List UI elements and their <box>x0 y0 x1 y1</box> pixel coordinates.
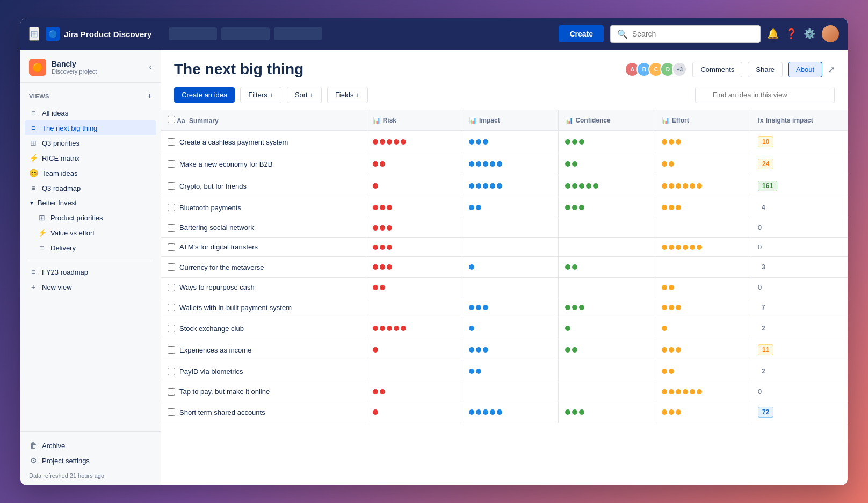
sidebar-item-value-vs-effort[interactable]: ⚡ Value vs effort <box>33 225 156 240</box>
confidence-cell <box>559 153 655 175</box>
comments-button[interactable]: Comments <box>692 62 742 77</box>
summary-cell: Bartering social network <box>161 218 366 238</box>
row-checkbox[interactable] <box>168 284 175 291</box>
table-row[interactable]: Tap to pay, but make it online0 <box>161 382 848 401</box>
risk-cell <box>366 197 462 218</box>
user-avatar[interactable] <box>822 25 839 42</box>
about-button[interactable]: About <box>788 62 822 77</box>
row-checkbox[interactable] <box>168 243 175 251</box>
confidence-cell <box>559 278 655 297</box>
table-row[interactable]: Experiences as income11 <box>161 339 848 361</box>
row-checkbox[interactable] <box>168 346 175 354</box>
sidebar-item-label: Q3 priorities <box>42 139 79 147</box>
table-row[interactable]: Currency for the metaverse3 <box>161 257 848 278</box>
impact-cell <box>462 175 559 197</box>
table-row[interactable]: Short term shared accounts72 <box>161 401 848 423</box>
impact-cell <box>462 297 559 318</box>
row-checkbox[interactable] <box>168 224 175 232</box>
create-idea-button[interactable]: Create an idea <box>174 87 235 103</box>
archive-icon: 🗑 <box>29 441 38 450</box>
views-section-header: VIEWS + <box>25 89 156 103</box>
create-button[interactable]: Create <box>559 25 604 42</box>
table-row[interactable]: Bluetooth payments4 <box>161 197 848 218</box>
table-row[interactable]: Ways to repurpose cash0 <box>161 278 848 297</box>
breadcrumb-1[interactable] <box>169 27 217 40</box>
table-row[interactable]: Create a cashless payment system10 <box>161 131 848 153</box>
row-checkbox[interactable] <box>168 263 175 271</box>
risk-cell <box>366 361 462 382</box>
row-checkbox[interactable] <box>168 325 175 332</box>
risk-cell <box>366 278 462 297</box>
table-row[interactable]: Make a new economy for B2B24 <box>161 153 848 175</box>
row-checkbox[interactable] <box>168 182 175 190</box>
insights-value: 0 <box>758 224 762 232</box>
share-button[interactable]: Share <box>748 62 783 77</box>
sidebar-item-rice-matrix[interactable]: ⚡ RICE matrix <box>25 150 156 166</box>
row-checkbox[interactable] <box>168 304 175 311</box>
search-input[interactable] <box>632 30 754 38</box>
app-window: ⊞ 🔵 Jira Product Discovery Create 🔍 🔔 ❓ … <box>20 18 848 485</box>
idea-title: Bartering social network <box>179 224 254 232</box>
sort-button[interactable]: Sort + <box>287 87 322 103</box>
page-title: The next big thing <box>174 61 303 78</box>
row-checkbox[interactable] <box>168 204 175 211</box>
row-checkbox[interactable] <box>168 160 175 168</box>
insights-col-icon: fx <box>758 117 764 124</box>
grid-icon[interactable]: ⊞ <box>29 27 39 41</box>
table-row[interactable]: Bartering social network0 <box>161 218 848 238</box>
sidebar-item-project-settings[interactable]: ⚙ Project settings <box>29 453 152 468</box>
select-all-checkbox[interactable] <box>168 116 175 123</box>
table-row[interactable]: ATM's for digital transfers0 <box>161 238 848 257</box>
find-idea-input[interactable] <box>695 87 835 103</box>
idea-title: Experiences as income <box>179 346 251 354</box>
filters-button[interactable]: Filters + <box>240 87 281 103</box>
sidebar-bottom: 🗑 Archive ⚙ Project settings Data refres… <box>20 431 161 485</box>
sidebar-group-better-invest[interactable]: ▼ Better Invest <box>25 196 156 210</box>
sidebar-collapse-button[interactable]: ‹ <box>149 62 152 72</box>
confidence-cell <box>559 175 655 197</box>
sidebar-item-new-view[interactable]: + New view <box>25 279 156 294</box>
find-idea-wrapper: 🔍 <box>695 87 835 103</box>
table-row[interactable]: PayID via biometrics2 <box>161 361 848 382</box>
sidebar-item-archive[interactable]: 🗑 Archive <box>29 438 152 453</box>
sidebar-item-q3-priorities[interactable]: ⊞ Q3 priorities <box>25 135 156 150</box>
sidebar-item-label: RICE matrix <box>42 154 79 162</box>
settings-icon: ⚙ <box>29 456 38 465</box>
breadcrumb-2[interactable] <box>221 27 270 40</box>
sidebar-item-team-ideas[interactable]: 😊 Team ideas <box>25 166 156 181</box>
sidebar-item-q3-roadmap[interactable]: ≡ Q3 roadmap <box>25 181 156 196</box>
sidebar-item-fy23-roadmap[interactable]: ≡ FY23 roadmap <box>25 264 156 279</box>
notifications-icon[interactable]: 🔔 <box>767 28 779 40</box>
sidebar-item-product-priorities[interactable]: ⊞ Product priorities <box>33 210 156 225</box>
row-checkbox[interactable] <box>168 408 175 416</box>
idea-title: Tap to pay, but make it online <box>179 387 270 396</box>
help-icon[interactable]: ❓ <box>785 28 797 40</box>
row-checkbox[interactable] <box>168 388 175 396</box>
nav-right: 🔍 🔔 ❓ ⚙️ <box>610 25 839 43</box>
idea-title: Crypto, but for friends <box>179 182 247 190</box>
risk-cell <box>366 297 462 318</box>
table-row[interactable]: Stock exchange club2 <box>161 318 848 339</box>
fields-button[interactable]: Fields + <box>327 87 368 103</box>
global-search[interactable]: 🔍 <box>610 25 761 43</box>
table-row[interactable]: Crypto, but for friends161 <box>161 175 848 197</box>
row-checkbox[interactable] <box>168 138 175 146</box>
expand-button[interactable]: ⤢ <box>828 64 835 75</box>
all-ideas-icon: ≡ <box>29 109 38 117</box>
refresh-label: Data refreshed 21 hours ago <box>29 472 152 479</box>
risk-cell <box>366 257 462 278</box>
sidebar-item-delivery[interactable]: ≡ Delivery <box>33 240 156 255</box>
sidebar-item-all-ideas[interactable]: ≡ All ideas <box>25 105 156 120</box>
add-view-button[interactable]: + <box>147 91 152 101</box>
breadcrumb-3[interactable] <box>274 27 322 40</box>
row-checkbox[interactable] <box>168 368 175 375</box>
sidebar-item-next-big-thing[interactable]: ≡ The next big thing <box>25 120 156 135</box>
summary-cell: Create a cashless payment system <box>161 131 366 153</box>
insights-cell: 11 <box>751 339 848 361</box>
table-row[interactable]: Wallets with in-built payment system7 <box>161 297 848 318</box>
th-insights-impact: fxInsights impact <box>751 110 848 131</box>
idea-title: Currency for the metaverse <box>179 263 264 271</box>
settings-icon[interactable]: ⚙️ <box>804 28 815 40</box>
insights-cell: 2 <box>751 318 848 339</box>
insights-badge: 10 <box>758 136 773 147</box>
